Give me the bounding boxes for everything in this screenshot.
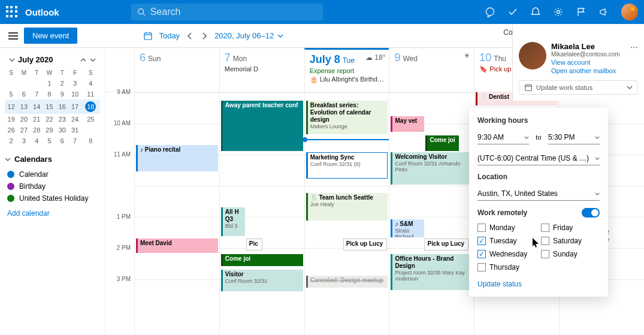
start-time-select[interactable]: 9:30 AM (477, 131, 529, 144)
mini-day[interactable]: 11 (81, 89, 100, 99)
calendars-section-header[interactable]: Calendars (5, 155, 100, 164)
account-more-icon[interactable]: ··· (630, 42, 638, 74)
mini-day[interactable]: 18 (81, 99, 100, 114)
new-event-button[interactable]: New event (24, 28, 77, 44)
waffle-icon[interactable] (6, 6, 18, 18)
calendar-event[interactable]: Canceled: Design meetup (306, 276, 388, 288)
mini-day[interactable]: 16 (56, 99, 68, 114)
mini-day[interactable]: 12 (5, 99, 17, 114)
mini-day[interactable]: 8 (43, 89, 56, 99)
day-column[interactable]: Away parent teacher confAll H Q3Bld 3Pic… (219, 92, 304, 335)
calendar-event[interactable]: Pick up Lucy (424, 239, 468, 251)
day-checkbox[interactable]: ✓Wednesday (477, 250, 536, 258)
mini-day[interactable]: 4 (81, 78, 100, 89)
mini-day[interactable]: 21 (31, 114, 43, 125)
add-calendar-link[interactable]: Add calendar (5, 209, 100, 218)
day-header[interactable]: 9Wed☀ (389, 48, 474, 92)
mini-day[interactable]: 7 (68, 135, 81, 146)
day-checkbox[interactable]: ✓Tuesday (477, 237, 536, 245)
calendar-item[interactable]: Calendar (5, 168, 100, 180)
mini-day[interactable]: 14 (31, 99, 43, 114)
update-status-link[interactable]: Update status (477, 280, 600, 288)
calendar-event[interactable]: Welcoming VisitorConf Room 32/31 Armando… (391, 152, 473, 185)
day-column[interactable]: ♪ Piano recitalMeet David (134, 92, 219, 335)
mini-day[interactable]: 19 (5, 114, 17, 125)
mini-day[interactable]: 30 (56, 125, 68, 135)
prev-week-icon[interactable] (186, 32, 194, 40)
day-column[interactable]: May vetCome joiWelcoming VisitorConf Roo… (389, 92, 474, 335)
mini-day[interactable]: 8 (81, 135, 100, 146)
mini-day[interactable]: 2 (56, 78, 68, 89)
calendar-event[interactable]: VisitorConf Room 32/31 (221, 270, 303, 291)
day-checkbox[interactable]: Friday (541, 224, 600, 232)
day-checkbox[interactable]: Thursday (477, 263, 536, 271)
day-column[interactable]: Breakfast series: Evolution of calendar … (304, 92, 389, 335)
calendar-event[interactable]: Breakfast series: Evolution of calendar … (306, 101, 388, 134)
account-avatar-icon[interactable] (519, 42, 546, 70)
mini-day[interactable]: 25 (81, 114, 100, 125)
mini-day[interactable]: 4 (31, 135, 43, 146)
allday-event[interactable]: 🎂 Lilu Albright's Birthday (310, 76, 385, 83)
allday-event[interactable]: Expense report (310, 67, 385, 74)
mini-day[interactable]: 20 (17, 114, 30, 125)
mini-day[interactable]: 29 (43, 125, 56, 135)
next-month-icon[interactable] (89, 56, 96, 64)
calendar-event[interactable]: ♪ Piano recital (136, 145, 218, 171)
view-account-link[interactable]: View account (551, 59, 620, 66)
location-select[interactable]: Austin, TX, United States (477, 187, 600, 201)
mini-day[interactable]: 24 (68, 114, 81, 125)
calendar-event[interactable]: Meet David (136, 239, 218, 253)
mini-day[interactable] (17, 78, 30, 89)
mini-day[interactable]: 6 (17, 89, 30, 99)
end-time-select[interactable]: 5:30 PM (548, 131, 600, 144)
calendar-event[interactable]: Marketing SyncConf Room 32/31 (8) (306, 152, 388, 179)
mini-day[interactable]: 13 (17, 99, 30, 114)
mini-day[interactable]: 17 (68, 99, 81, 114)
calendar-event[interactable]: Pic (246, 239, 262, 251)
open-mailbox-link[interactable]: Open another mailbox (551, 67, 620, 74)
search-box[interactable]: Search (131, 4, 323, 20)
mini-day[interactable] (81, 125, 100, 135)
prev-month-icon[interactable] (80, 56, 87, 64)
mini-day[interactable]: 5 (5, 89, 17, 99)
mini-day[interactable] (31, 78, 43, 89)
mini-day[interactable]: 1 (43, 78, 56, 89)
chevron-down-icon[interactable] (8, 56, 16, 64)
gear-icon[interactable] (553, 7, 564, 17)
calendar-event[interactable]: 🍴 Team lunch SeattleJoe Healy (306, 193, 388, 221)
hamburger-icon[interactable] (8, 32, 18, 40)
work-remotely-toggle[interactable] (582, 208, 600, 218)
calendar-event[interactable]: ♪ S&MStrato Richard (391, 219, 424, 237)
user-avatar-icon[interactable] (621, 4, 638, 20)
day-checkbox[interactable]: Saturday (541, 237, 600, 245)
day-checkbox[interactable]: Sunday (541, 250, 600, 258)
flag-icon[interactable] (576, 7, 586, 17)
mini-day[interactable]: 3 (17, 135, 30, 146)
allday-event[interactable]: Memorial D (225, 65, 300, 73)
mini-calendar[interactable]: SMTWTFS123456789101112131415161718192021… (5, 68, 100, 146)
calendar-event[interactable]: May vet (391, 116, 424, 132)
mini-day[interactable]: 3 (68, 78, 81, 89)
calendar-event[interactable]: All H Q3Bld 3 (221, 207, 245, 236)
mini-day[interactable]: 5 (43, 135, 56, 146)
mini-day[interactable]: 23 (56, 114, 68, 125)
day-checkbox[interactable]: Monday (477, 224, 536, 232)
mini-day[interactable]: 6 (56, 135, 68, 146)
mini-day[interactable] (5, 78, 17, 89)
day-header[interactable]: 7MonMemorial D (219, 48, 304, 92)
calendar-event[interactable]: Come joi (221, 254, 303, 266)
mini-day[interactable]: 28 (31, 125, 43, 135)
today-button[interactable]: Today (159, 31, 180, 40)
next-week-icon[interactable] (200, 32, 208, 40)
date-range-picker[interactable]: 2020, July 06–12 (214, 31, 283, 40)
mini-day[interactable]: 22 (43, 114, 56, 125)
mini-day[interactable]: 7 (31, 89, 43, 99)
day-header[interactable]: July 8Tue☁ 18°Expense report🎂 Lilu Albri… (304, 48, 389, 92)
calendar-event[interactable]: Office Hours - Brand DesignProject room … (391, 254, 473, 290)
mini-day[interactable]: 27 (17, 125, 30, 135)
day-header[interactable]: 6Sun (134, 48, 219, 92)
calendar-event[interactable]: Pick up Lucy (343, 239, 388, 251)
todo-icon[interactable] (507, 7, 518, 17)
mini-day[interactable]: 10 (68, 89, 81, 99)
megaphone-icon[interactable] (598, 7, 609, 17)
